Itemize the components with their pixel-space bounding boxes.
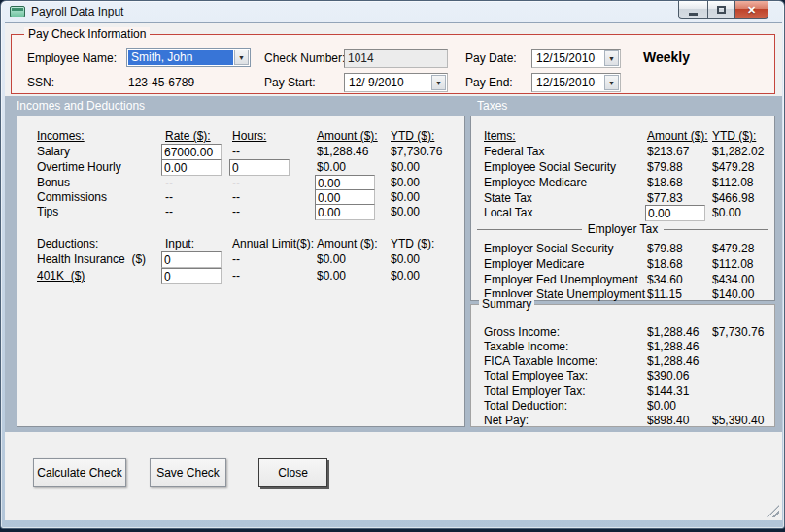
app-icon	[10, 6, 25, 17]
row-ytd: $0.00	[712, 206, 741, 219]
row-label: Employer Social Security	[484, 242, 613, 255]
check-number-field[interactable]	[344, 49, 448, 68]
row-ytd: $479.28	[712, 242, 754, 255]
dialog-client-area: Pay Check Information Employee Name: Smi…	[5, 22, 782, 520]
input-col-header: Input:	[165, 237, 194, 250]
row-hours: --	[232, 145, 240, 158]
row-ytd: $112.08	[712, 176, 754, 189]
save-check-button[interactable]: Save Check	[150, 458, 226, 487]
row-amount: $1,288.46	[647, 354, 699, 368]
row-ytd: $0.00	[391, 252, 420, 266]
row-label: Health Insurance ($)	[37, 252, 146, 266]
summary-title: Summary	[479, 297, 534, 311]
pay-frequency-label: Weekly	[643, 50, 690, 65]
row-amount: $11.15	[647, 287, 682, 301]
incomes-col-header: Incomes:	[37, 129, 85, 143]
row-amount: $0.00	[317, 269, 346, 283]
row-label: Employee Social Security	[484, 160, 616, 174]
pay-date-label: Pay Date:	[465, 51, 517, 65]
divider-line	[477, 229, 582, 230]
row-label: Net Pay:	[484, 414, 529, 427]
amount-col-header: Amount ($):	[647, 129, 708, 143]
summary-row-total-employer-tax: Total Employer Tax: $144.31	[471, 384, 774, 400]
table-row-commissions: Commissions -- -- $0.00	[17, 190, 464, 206]
close-window-button[interactable]: ✕	[734, 1, 768, 19]
chevron-down-icon: ▼	[238, 54, 245, 61]
pay-end-picker[interactable]: 12/15/2010 ▼	[531, 73, 621, 92]
maximize-button[interactable]	[708, 1, 734, 19]
row-amount: $0.00	[317, 252, 346, 266]
row-ytd: $0.00	[391, 205, 420, 218]
calculate-check-button[interactable]: Calculate Check	[33, 458, 126, 487]
row-ytd: $112.08	[712, 257, 754, 271]
row-ytd: $5,390.40	[712, 414, 764, 427]
row-amount: $18.68	[647, 176, 683, 189]
row-rate: --	[165, 205, 173, 218]
row-amount: $1,288.46	[317, 145, 368, 158]
ssn-value: 123-45-6789	[128, 76, 194, 89]
row-label: Bonus	[37, 176, 70, 189]
row-amount: $898.40	[647, 414, 689, 427]
table-row-bonus: Bonus -- -- $0.00	[17, 176, 464, 191]
overtime-hours-input[interactable]	[229, 159, 290, 176]
table-row-state-tax: State Tax $77.83 $466.98	[471, 191, 774, 207]
row-label: Total Deduction:	[484, 399, 567, 413]
row-hours: --	[232, 176, 240, 189]
ytd-col-header: YTD ($):	[391, 129, 434, 143]
annual-limit-col-header: Annual Limit($):	[232, 237, 314, 250]
row-rate: --	[165, 176, 173, 189]
row-amount: $34.60	[647, 273, 683, 286]
row-ytd: $434.00	[712, 273, 754, 286]
summary-row-taxable-income: Taxable Income: $1,288.46	[471, 340, 774, 355]
pay-start-value: 12/ 9/2010	[349, 76, 404, 89]
row-label: Tips	[37, 205, 58, 218]
row-ytd: $466.98	[712, 191, 754, 205]
row-label: State Tax	[484, 191, 532, 205]
row-amount: $390.06	[647, 369, 689, 382]
local-tax-input[interactable]	[645, 205, 705, 221]
taxes-section-header: Taxes	[477, 99, 507, 113]
row-ytd: $0.00	[391, 160, 420, 174]
pay-end-label: Pay End:	[465, 76, 513, 89]
minimize-icon	[689, 13, 698, 16]
pay-date-dropdown-button[interactable]: ▼	[604, 50, 619, 66]
row-ytd: $7,730.76	[712, 325, 764, 339]
resize-grip[interactable]	[767, 505, 779, 517]
minimize-button[interactable]	[678, 1, 708, 19]
caption-buttons: ✕	[678, 1, 768, 19]
row-rate: --	[165, 190, 173, 204]
summary-row-fica-taxable-income: FICA Taxable Income: $1,288.46	[471, 354, 774, 370]
row-label: Taxable Income:	[484, 340, 568, 353]
tips-amount-input[interactable]	[315, 204, 375, 220]
row-ytd: $0.00	[391, 190, 420, 204]
row-ytd: $0.00	[391, 269, 420, 283]
close-button[interactable]: Close	[258, 458, 327, 487]
row-ytd: $140.00	[712, 287, 754, 301]
pay-start-picker[interactable]: 12/ 9/2010 ▼	[344, 73, 448, 92]
row-ytd: $1,282.02	[712, 145, 764, 158]
row-hours: --	[232, 205, 240, 218]
summary-row-net-pay: Net Pay: $898.40 $5,390.40	[471, 414, 774, 429]
salary-rate-input[interactable]	[161, 144, 222, 160]
overtime-rate-input[interactable]	[161, 159, 222, 176]
row-amount: $18.68	[647, 257, 683, 271]
taxes-header-row: Items: Amount ($): YTD ($):	[471, 129, 774, 145]
incomes-deductions-panel: Incomes: Rate ($): Hours: Amount ($): YT…	[17, 116, 465, 427]
window-title: Payroll Data Input	[31, 5, 123, 18]
pay-start-dropdown-button[interactable]: ▼	[431, 75, 446, 90]
health-insurance-input[interactable]	[161, 251, 222, 268]
titlebar[interactable]: Payroll Data Input ✕	[1, 1, 784, 22]
row-hours: --	[232, 190, 240, 204]
pay-end-dropdown-button[interactable]: ▼	[604, 75, 619, 90]
row-ytd: $7,730.76	[391, 145, 442, 158]
employee-name-combobox[interactable]: Smith, John ▼	[126, 48, 251, 67]
row-amount: $79.88	[647, 242, 683, 255]
ssn-label: SSN:	[27, 76, 54, 89]
k401-input[interactable]	[161, 268, 222, 284]
ytd-col-header: YTD ($):	[712, 129, 756, 143]
paycheck-info-groupbox: Pay Check Information Employee Name: Smi…	[11, 34, 775, 94]
link-401k[interactable]: 401K ($)	[37, 269, 85, 283]
pay-date-picker[interactable]: 12/15/2010 ▼	[531, 49, 621, 68]
row-label: Overtime Hourly	[37, 160, 121, 174]
combobox-dropdown-button[interactable]: ▼	[234, 50, 249, 65]
